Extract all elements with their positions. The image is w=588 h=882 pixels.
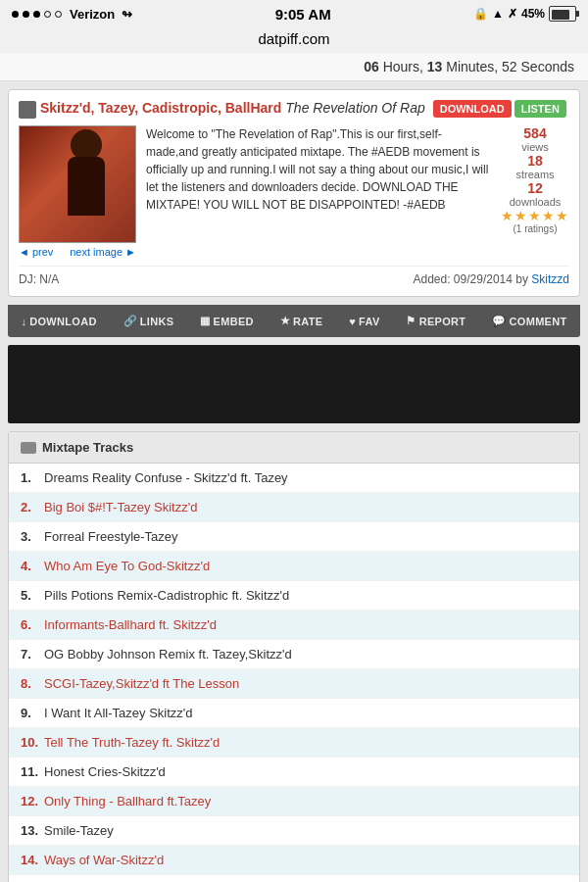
- track-item[interactable]: 8.SCGI-Tazey,Skitzz'd ft The Lesson: [9, 669, 579, 699]
- minutes-label: Minutes,: [446, 59, 502, 74]
- track-number: 7.: [21, 647, 44, 662]
- action-fav[interactable]: ♥ FAV: [343, 305, 385, 337]
- track-number: 12.: [21, 794, 44, 808]
- track-number: 1.: [21, 470, 44, 485]
- fav-icon: ♥: [349, 316, 356, 327]
- track-item[interactable]: 5.Pills Potions Remix-Cadistrophic ft. S…: [9, 581, 579, 611]
- prev-link[interactable]: ◄ prev: [19, 246, 53, 258]
- lock-icon: 🔒: [473, 7, 488, 21]
- track-number: 9.: [21, 706, 44, 720]
- url-text: datpiff.com: [258, 30, 329, 47]
- hours-value: 06: [364, 59, 379, 74]
- media-block: [8, 345, 580, 423]
- track-item[interactable]: 11.Honest Cries-Skitzz'd: [9, 758, 579, 787]
- wifi-icon: ↬: [122, 7, 132, 22]
- track-item[interactable]: 9.I Want It All-Tazey Skitzz'd: [9, 699, 579, 728]
- cover-nav: ◄ prev next image ►: [19, 246, 136, 258]
- track-item[interactable]: 3.Forreal Freestyle-Tazey: [9, 522, 579, 552]
- battery-percent: 45%: [521, 7, 545, 21]
- action-rate[interactable]: ★ RATE: [274, 305, 329, 337]
- downloads-count: 12: [501, 180, 569, 196]
- track-number: 8.: [21, 676, 44, 691]
- track-name: Honest Cries-Skitzz'd: [44, 764, 166, 779]
- track-item[interactable]: 1.Dreams Reality Confuse - Skitzz'd ft. …: [9, 464, 579, 493]
- cover-image: [19, 125, 136, 243]
- report-label: REPORT: [419, 316, 466, 327]
- track-name: Smile-Tazey: [44, 823, 114, 838]
- action-links[interactable]: 🔗 LINKS: [118, 305, 180, 337]
- tracks-header: Mixtape Tracks: [9, 432, 579, 464]
- tracks-section: Mixtape Tracks 1.Dreams Reality Confuse …: [8, 431, 580, 882]
- action-download[interactable]: ↓ DOWNLOAD: [15, 305, 102, 337]
- countdown-bar: 06 Hours, 13 Minutes, 52 Seconds: [0, 53, 588, 81]
- streams-label: streams: [501, 169, 569, 180]
- url-bar: datpiff.com: [0, 27, 588, 53]
- mixtape-card: Skitzz'd, Tazey, Cadistropic, BallHard T…: [8, 89, 580, 297]
- signal-dot-4: [44, 11, 51, 18]
- meta-row: DJ: N/A Added: 09/29/2014 by Skitzzd: [19, 266, 569, 286]
- rate-label: RATE: [293, 316, 322, 327]
- signal-dot-2: [23, 11, 29, 18]
- download-button[interactable]: DOWNLOAD: [433, 100, 512, 118]
- bluetooth-icon: ✗: [508, 7, 517, 21]
- track-number: 10.: [21, 735, 44, 750]
- track-name: I Want It All-Tazey Skitzz'd: [44, 706, 193, 720]
- track-name: Pills Potions Remix-Cadistrophic ft. Ski…: [44, 588, 289, 603]
- track-name: Ways of War-Skitzz'd: [44, 853, 164, 867]
- status-bar: Verizon ↬ 9:05 AM 🔒 ▲ ✗ 45%: [0, 0, 588, 27]
- views-label: views: [501, 141, 569, 153]
- embed-label: EMBED: [214, 316, 254, 327]
- rate-icon: ★: [280, 315, 290, 327]
- download-icon: ↓: [21, 316, 26, 327]
- next-link[interactable]: next image ►: [70, 246, 136, 258]
- signal-dot-5: [55, 11, 62, 18]
- links-icon: 🔗: [123, 315, 137, 327]
- hours-label: Hours,: [383, 59, 427, 74]
- fav-label: FAV: [359, 316, 379, 327]
- carrier-name: Verizon: [70, 7, 115, 22]
- action-bar: ↓ DOWNLOAD 🔗 LINKS ▦ EMBED ★ RATE ♥ FAV …: [8, 305, 580, 337]
- mixtape-icon: [19, 101, 36, 119]
- track-name: Forreal Freestyle-Tazey: [44, 529, 178, 544]
- tracks-title: Mixtape Tracks: [42, 440, 133, 455]
- cover-wrap: ◄ prev next image ►: [19, 125, 136, 258]
- seconds-value: 52: [502, 59, 517, 74]
- track-item[interactable]: 6.Informants-Ballhard ft. Skitzz'd: [9, 611, 579, 640]
- track-name: Dreams Reality Confuse - Skitzz'd ft. Ta…: [44, 470, 288, 485]
- listen-button[interactable]: LISTEN: [514, 100, 566, 118]
- star-rating[interactable]: ★★★★★: [501, 208, 569, 223]
- action-comment[interactable]: 💬 COMMENT: [486, 305, 572, 337]
- signal-dot-3: [33, 11, 40, 18]
- mixtape-title-line: Skitzz'd, Tazey, Cadistropic, BallHard T…: [40, 100, 569, 118]
- track-item[interactable]: 14.Ways of War-Skitzz'd: [9, 846, 579, 875]
- tracks-list: 1.Dreams Reality Confuse - Skitzz'd ft. …: [9, 464, 579, 882]
- track-name: Who Am Eye To God-Skitzz'd: [44, 559, 210, 573]
- track-item[interactable]: 15.MISTAKES-Skitzz'd ft. The Lesson: [9, 875, 579, 882]
- track-number: 13.: [21, 823, 44, 838]
- mixtape-header: Skitzz'd, Tazey, Cadistropic, BallHard T…: [19, 100, 569, 118]
- track-item[interactable]: 2.Big Boi $#!T-Tazey Skitzz'd: [9, 493, 579, 522]
- added-info: Added: 09/29/2014 by Skitzzd: [414, 272, 570, 286]
- track-item[interactable]: 4.Who Am Eye To God-Skitzz'd: [9, 552, 579, 581]
- mixtape-title: The Revelation Of Rap: [285, 100, 424, 116]
- artist-name[interactable]: Skitzz'd, Tazey, Cadistropic, BallHard: [40, 100, 281, 116]
- track-number: 11.: [21, 764, 44, 779]
- track-item[interactable]: 7.OG Bobby Johnson Remix ft. Tazey,Skitz…: [9, 640, 579, 669]
- minutes-value: 13: [427, 59, 443, 74]
- track-item[interactable]: 12.Only Thing - Ballhard ft.Tazey: [9, 787, 579, 816]
- carrier-signal: Verizon ↬: [12, 7, 132, 22]
- comment-label: COMMENT: [510, 316, 567, 327]
- action-embed[interactable]: ▦ EMBED: [194, 305, 260, 337]
- track-item[interactable]: 10.Tell The Truth-Tazey ft. Skitzz'd: [9, 728, 579, 758]
- action-report[interactable]: ⚑ REPORT: [400, 305, 471, 337]
- links-label: LINKS: [140, 316, 174, 327]
- description: Welcome to "The Revelation of Rap".This …: [146, 125, 491, 258]
- comment-icon: 💬: [492, 315, 506, 327]
- track-number: 5.: [21, 588, 44, 603]
- track-number: 6.: [21, 617, 44, 632]
- track-item[interactable]: 13.Smile-Tazey: [9, 816, 579, 846]
- clock: 9:05 AM: [275, 6, 331, 23]
- seconds-label: Seconds: [521, 59, 574, 74]
- views-count: 584: [501, 125, 569, 141]
- added-user-link[interactable]: Skitzzd: [531, 272, 569, 286]
